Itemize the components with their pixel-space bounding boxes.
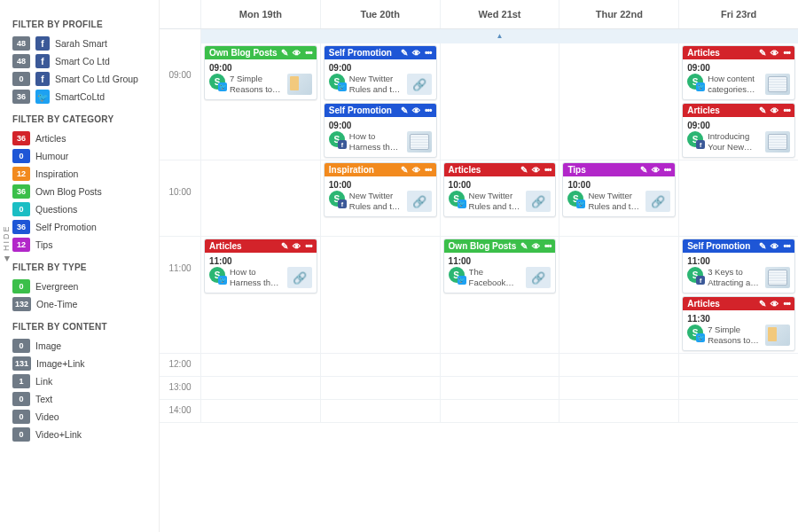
day-cell[interactable]: [200, 377, 320, 399]
day-cell[interactable]: [320, 377, 440, 399]
day-cell[interactable]: [200, 354, 320, 376]
day-cell[interactable]: [200, 160, 320, 236]
day-cell[interactable]: Own Blog Posts11:00S🐦The Facebook News F…: [440, 237, 559, 353]
content-filter-item[interactable]: 0Video: [12, 408, 150, 426]
view-icon[interactable]: [293, 241, 301, 251]
day-cell[interactable]: Own Blog Posts09:00S🐦7 Simple Reasons to…: [200, 43, 320, 160]
day-cell[interactable]: [440, 354, 559, 376]
post-card[interactable]: Self Promotion09:00S🐦New Twitter Rules a…: [324, 45, 437, 100]
post-card[interactable]: Articles09:00SfIntroducing Your New Medi…: [682, 103, 795, 158]
edit-icon[interactable]: [401, 106, 408, 115]
category-filter-item[interactable]: 36Self Promotion: [12, 218, 150, 236]
day-cell[interactable]: [559, 237, 678, 353]
profile-filter-item[interactable]: 0fSmart Co Ltd Group: [12, 70, 150, 88]
post-card[interactable]: Self Promotion11:00Sf3 Keys to Attractin…: [682, 239, 795, 293]
view-icon[interactable]: [771, 106, 778, 115]
day-cell[interactable]: [559, 354, 678, 376]
day-cell[interactable]: Self Promotion11:00Sf3 Keys to Attractin…: [678, 237, 798, 353]
view-icon[interactable]: [532, 165, 540, 175]
more-icon[interactable]: [783, 48, 790, 58]
day-cell[interactable]: [678, 160, 798, 236]
day-cell[interactable]: [320, 354, 440, 376]
hide-sidebar-toggle[interactable]: ◀HIDE: [2, 224, 11, 262]
view-icon[interactable]: [412, 165, 420, 175]
day-cell[interactable]: Self Promotion09:00S🐦New Twitter Rules a…: [320, 43, 440, 160]
more-icon[interactable]: [783, 106, 790, 115]
avatar: S🐦: [209, 74, 225, 90]
more-icon[interactable]: [305, 241, 312, 251]
day-cell[interactable]: [678, 400, 798, 422]
day-cell[interactable]: [320, 400, 440, 422]
edit-icon[interactable]: [759, 241, 766, 251]
content-filter-item[interactable]: 131Image+Link: [12, 355, 150, 372]
more-icon[interactable]: [544, 165, 552, 175]
day-cell[interactable]: [678, 377, 798, 399]
day-cell[interactable]: [440, 43, 559, 160]
category-filter-item[interactable]: 0Humour: [12, 147, 150, 165]
post-card[interactable]: Own Blog Posts09:00S🐦7 Simple Reasons to…: [204, 45, 317, 100]
category-filter-item[interactable]: 36Articles: [12, 129, 150, 147]
day-cell[interactable]: [559, 377, 678, 399]
post-card[interactable]: Articles10:00S🐦New Twitter Rules and the…: [443, 162, 557, 217]
more-icon[interactable]: [664, 165, 671, 175]
day-cell[interactable]: Articles09:00S🐦How content categories ca…: [678, 43, 798, 160]
view-icon[interactable]: [771, 241, 778, 251]
content-filter-item[interactable]: 0Video+Link: [12, 426, 150, 443]
view-icon[interactable]: [412, 106, 420, 115]
post-card[interactable]: Inspiration10:00SfNew Twitter Rules and …: [324, 162, 437, 217]
category-filter-item[interactable]: 12Tips: [12, 236, 150, 254]
post-card[interactable]: Articles09:00S🐦How content categories ca…: [682, 45, 795, 100]
content-filter-item[interactable]: 0Image: [12, 337, 150, 355]
category-filter-item[interactable]: 12Inspiration: [12, 165, 150, 183]
view-icon[interactable]: [771, 299, 778, 309]
post-card[interactable]: Articles11:00S🐦How to Harness the Power …: [204, 239, 317, 293]
content-filter-item[interactable]: 0Text: [12, 390, 150, 408]
content-filter-item[interactable]: 1Link: [12, 372, 150, 390]
day-cell[interactable]: [440, 377, 559, 399]
day-cell[interactable]: [559, 400, 678, 422]
more-icon[interactable]: [783, 299, 790, 309]
edit-icon[interactable]: [401, 48, 408, 58]
more-icon[interactable]: [425, 106, 432, 115]
view-icon[interactable]: [652, 165, 660, 175]
profile-filter-item[interactable]: 48fSarah Smart: [12, 35, 150, 52]
edit-icon[interactable]: [640, 165, 647, 175]
type-filter-item[interactable]: 0Evergreen: [12, 278, 150, 295]
view-icon[interactable]: [293, 48, 301, 58]
edit-icon[interactable]: [759, 299, 766, 309]
edit-icon[interactable]: [759, 48, 766, 58]
post-card[interactable]: Tips10:00S🐦New Twitter Rules and the Fut…: [562, 162, 676, 217]
post-card[interactable]: Own Blog Posts11:00S🐦The Facebook News F…: [443, 239, 557, 293]
profile-filter-item[interactable]: 36🐦SmartCoLtd: [12, 88, 150, 106]
more-icon[interactable]: [544, 241, 552, 251]
edit-icon[interactable]: [281, 241, 288, 251]
collapse-row[interactable]: ▲: [160, 29, 798, 43]
day-cell[interactable]: Articles11:00S🐦How to Harness the Power …: [200, 237, 320, 353]
day-cell[interactable]: Inspiration10:00SfNew Twitter Rules and …: [320, 160, 440, 236]
more-icon[interactable]: [783, 241, 790, 251]
edit-icon[interactable]: [520, 165, 528, 175]
type-filter-item[interactable]: 132One-Time: [12, 295, 150, 313]
day-cell[interactable]: [440, 400, 559, 422]
day-cell[interactable]: Articles10:00S🐦New Twitter Rules and the…: [440, 160, 559, 236]
day-cell[interactable]: [200, 400, 320, 422]
category-filter-item[interactable]: 36Own Blog Posts: [12, 183, 150, 200]
profile-filter-item[interactable]: 48fSmart Co Ltd: [12, 52, 150, 70]
edit-icon[interactable]: [281, 48, 288, 58]
day-cell[interactable]: [678, 354, 798, 376]
day-cell[interactable]: Tips10:00S🐦New Twitter Rules and the Fut…: [559, 160, 678, 236]
day-cell[interactable]: [559, 43, 678, 160]
post-card[interactable]: Articles11:30S🐦7 Simple Reasons to Embra…: [682, 296, 795, 351]
edit-icon[interactable]: [759, 106, 766, 115]
more-icon[interactable]: [425, 48, 432, 58]
day-cell[interactable]: [320, 237, 440, 353]
edit-icon[interactable]: [520, 241, 528, 251]
view-icon[interactable]: [532, 241, 540, 251]
post-card[interactable]: Self Promotion09:00SfHow to Harness the …: [324, 103, 437, 158]
edit-icon[interactable]: [401, 165, 408, 175]
more-icon[interactable]: [425, 165, 432, 175]
view-icon[interactable]: [412, 48, 420, 58]
category-filter-item[interactable]: 0Questions: [12, 200, 150, 218]
view-icon[interactable]: [771, 48, 778, 58]
more-icon[interactable]: [305, 48, 312, 58]
